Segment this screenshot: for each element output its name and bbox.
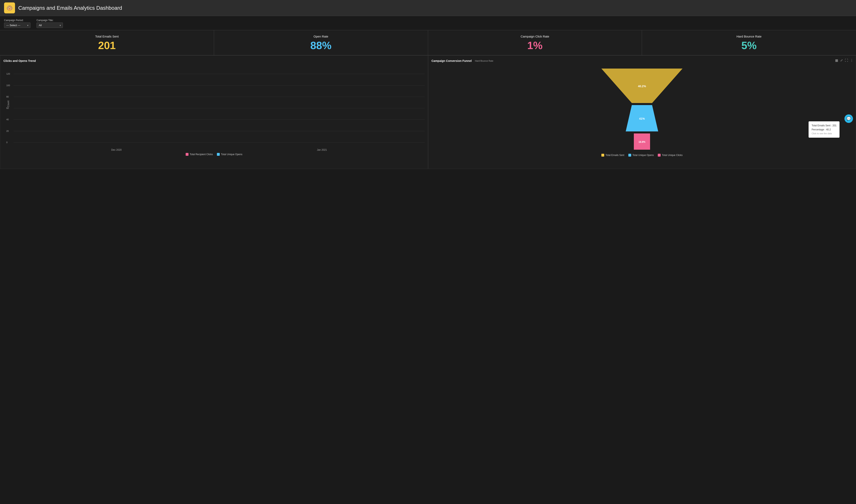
kpi-open-rate-value: 88% (218, 40, 424, 51)
legend-item-clicks: Total Recipient Clicks (186, 153, 213, 156)
x-label-0: Dec 2020 (111, 148, 122, 151)
funnel-legend-unique-clicks: Total Unique Clicks (658, 154, 682, 157)
legend-box-pink (186, 153, 189, 156)
tooltip-line2: Percentage : 40.2 (812, 128, 837, 132)
app-logo: 🐵 (4, 2, 15, 13)
kpi-total-emails-sent-value: 201 (4, 40, 210, 51)
y-tick-label-100: 100 (6, 84, 10, 87)
more-icon[interactable]: ⋮ (850, 58, 853, 62)
kpi-open-rate-title: Open Rate (218, 35, 424, 38)
kpi-open-rate: Open Rate 88% (214, 30, 428, 55)
legend-label-clicks: Total Recipient Clicks (190, 153, 213, 156)
funnel-legend-box-blue (628, 154, 631, 157)
campaign-period-select[interactable]: --- Select --- Last 30 Days Last 60 Days… (4, 22, 31, 28)
bars-container (14, 65, 425, 142)
y-tick-label-60: 60 (6, 107, 9, 109)
funnel-label-unique-opens: 41% (639, 117, 645, 120)
funnel-legend-unique-opens: Total Unique Opens (628, 154, 654, 157)
tooltip-line1: Total Emails Sent : 201 (812, 124, 837, 128)
mailchimp-icon: 🐵 (6, 5, 13, 11)
x-labels: Dec 2020Jan 2021 (14, 148, 425, 151)
bar-chart-area: Count 020406080100120 (14, 65, 425, 142)
y-tick-label-120: 120 (6, 73, 10, 75)
kpi-click-rate-value: 1% (432, 40, 638, 51)
bar-chart-inner: 020406080100120 (14, 65, 425, 142)
x-label-1: Jan 2021 (317, 148, 327, 151)
funnel-tooltip: Total Emails Sent : 201 Percentage : 40.… (808, 121, 840, 138)
funnel-legend-label-unique-clicks: Total Unique Clicks (662, 154, 682, 157)
bar-chart-title: Clicks and Opens Trend (3, 59, 425, 62)
campaign-period-select-wrapper[interactable]: --- Select --- Last 30 Days Last 60 Days… (4, 22, 31, 28)
filters-bar: Campaign Period: --- Select --- Last 30 … (0, 16, 856, 30)
funnel-legend-label-unique-opens: Total Unique Opens (632, 154, 654, 157)
kpi-hard-bounce-rate: Hard Bounce Rate 5% (642, 30, 856, 55)
funnel-legend: Total Emails Sent Total Unique Opens Tot… (431, 154, 853, 157)
campaign-title-filter: Campaign Title: All Campaign 1 Campaign … (37, 19, 63, 28)
gridline-0 (14, 142, 425, 143)
charts-row: Clicks and Opens Trend Count 02040608010… (0, 55, 856, 169)
bar-legend: Total Recipient Clicks Total Unique Open… (3, 153, 425, 156)
campaign-title-label: Campaign Title: (37, 19, 63, 22)
y-tick-label-0: 0 (6, 141, 7, 144)
kpi-click-rate-title: Campaign Click Rate (432, 35, 638, 38)
bar-chart-panel: Clicks and Opens Trend Count 02040608010… (0, 55, 428, 169)
funnel-legend-box-pink (658, 154, 661, 157)
funnel-header: Campaign Conversion Funnel Hard Bounce R… (431, 59, 853, 62)
y-axis-label: Count (7, 101, 10, 107)
funnel-label-emails-sent: 40.2% (638, 85, 646, 88)
funnel-legend-label-emails-sent: Total Emails Sent (605, 154, 624, 157)
kpi-total-emails-sent: Total Emails Sent 201 (0, 30, 214, 55)
funnel-toolbar: ▦ ⤢ ⛶ ⋮ (835, 58, 853, 62)
chat-button[interactable]: 💬 (844, 114, 853, 123)
kpi-total-emails-sent-title: Total Emails Sent (4, 35, 210, 38)
page-title: Campaigns and Emails Analytics Dashboard (18, 5, 122, 11)
bar-chart-icon[interactable]: ▦ (835, 58, 838, 62)
funnel-chart-title: Campaign Conversion Funnel (431, 59, 472, 62)
campaign-title-select-wrapper[interactable]: All Campaign 1 Campaign 2 (37, 22, 63, 28)
y-tick-label-40: 40 (6, 118, 9, 121)
legend-item-opens: Total Unique Opens (217, 153, 242, 156)
kpi-hard-bounce-rate-value: 5% (646, 40, 852, 51)
funnel-label-unique-clicks: 18.8% (639, 141, 645, 143)
y-tick-label-20: 20 (6, 130, 9, 132)
legend-label-opens: Total Unique Opens (221, 153, 242, 156)
funnel-svg-container: 40.2% 41% 18.8% (431, 65, 853, 152)
campaign-title-select[interactable]: All Campaign 1 Campaign 2 (37, 22, 63, 28)
funnel-svg: 40.2% 41% 18.8% (589, 65, 695, 152)
expand-icon[interactable]: ⛶ (845, 59, 848, 62)
kpi-hard-bounce-rate-title: Hard Bounce Rate (646, 35, 852, 38)
kpi-click-rate: Campaign Click Rate 1% (428, 30, 642, 55)
y-tick-label-80: 80 (6, 95, 9, 98)
funnel-chart-subtitle: Hard Bounce Rate (475, 60, 494, 62)
tooltip-line3: Click to see the data (812, 132, 837, 136)
export-icon[interactable]: ⤢ (840, 58, 843, 62)
legend-box-blue (217, 153, 220, 156)
funnel-legend-emails-sent: Total Emails Sent (601, 154, 624, 157)
kpi-row: Total Emails Sent 201 Open Rate 88% Camp… (0, 30, 856, 55)
funnel-legend-box-yellow (601, 154, 604, 157)
campaign-period-filter: Campaign Period: --- Select --- Last 30 … (4, 19, 31, 28)
funnel-chart-panel: Campaign Conversion Funnel Hard Bounce R… (428, 55, 856, 169)
campaign-period-label: Campaign Period: (4, 19, 31, 22)
app-header: 🐵 Campaigns and Emails Analytics Dashboa… (0, 0, 856, 16)
